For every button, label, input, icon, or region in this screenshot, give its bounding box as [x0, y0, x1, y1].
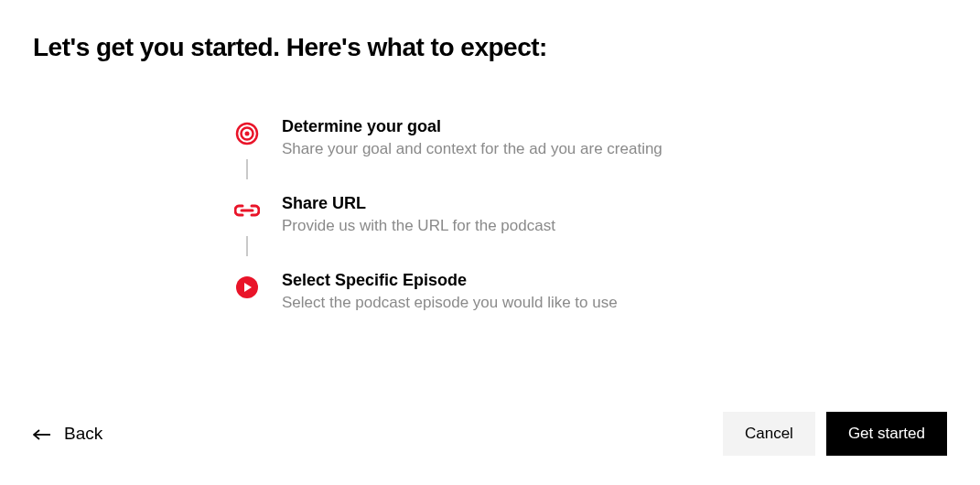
step-item: Share URL Provide us with the URL for th… — [234, 192, 875, 269]
target-icon — [234, 121, 260, 146]
step-description: Select the podcast episode you would lik… — [282, 294, 618, 312]
step-description: Provide us with the URL for the podcast — [282, 217, 555, 235]
arrow-left-icon — [33, 425, 51, 443]
step-description: Share your goal and context for the ad y… — [282, 140, 662, 158]
step-connector — [246, 236, 248, 256]
cancel-button[interactable]: Cancel — [723, 412, 815, 456]
back-label: Back — [64, 424, 102, 444]
step-title: Select Specific Episode — [282, 271, 618, 290]
step-item: Select Specific Episode Select the podca… — [234, 269, 875, 312]
page-heading: Let's get you started. Here's what to ex… — [33, 33, 947, 62]
link-icon — [234, 198, 260, 223]
back-button[interactable]: Back — [33, 424, 102, 444]
footer: Back Cancel Get started — [33, 412, 947, 485]
steps-list: Determine your goal Share your goal and … — [234, 115, 875, 312]
step-item: Determine your goal Share your goal and … — [234, 115, 875, 192]
step-connector — [246, 159, 248, 179]
get-started-button[interactable]: Get started — [826, 412, 947, 456]
svg-point-2 — [245, 132, 250, 136]
step-title: Determine your goal — [282, 117, 662, 136]
play-icon — [234, 275, 260, 300]
step-title: Share URL — [282, 194, 555, 213]
